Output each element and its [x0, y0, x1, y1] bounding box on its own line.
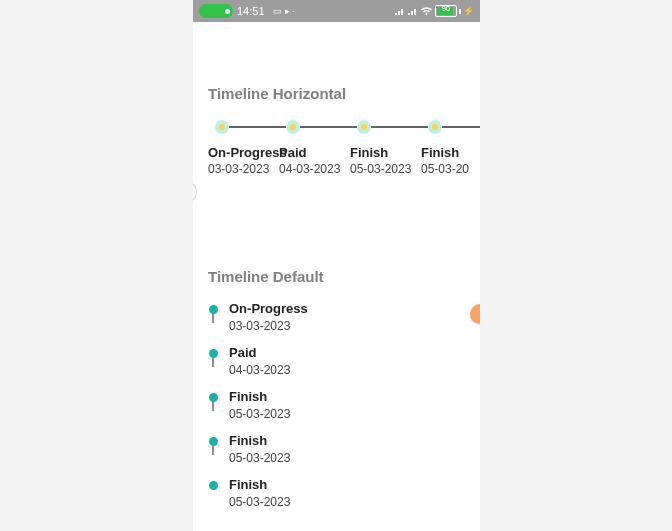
timeline-item-status: Paid	[279, 144, 340, 161]
horizontal-timeline: On-Progress 03-03-2023 Paid 04-03-2023 F…	[208, 120, 480, 182]
timeline-item-status: Finish	[421, 144, 469, 161]
phone-viewport: 14:51 ▭ ▸ ·	[193, 0, 480, 531]
timeline-connector	[442, 126, 480, 128]
timeline-item-status: Finish	[229, 389, 290, 405]
horizontal-timeline-title: Timeline Horizontal	[208, 85, 480, 102]
battery-indicator: 90	[435, 5, 461, 17]
timeline-item[interactable]: Finish 05-03-20	[421, 144, 469, 177]
charging-icon: ⚡	[463, 7, 474, 16]
timeline-item[interactable]: On-Progress 03-03-2023	[208, 301, 480, 345]
timeline-item[interactable]: Paid 04-03-2023	[208, 345, 480, 389]
timeline-item-status: Finish	[229, 477, 290, 493]
dot-icon: ·	[293, 7, 296, 16]
timeline-item[interactable]: Finish 05-03-2023	[208, 477, 480, 521]
timeline-item-date: 05-03-2023	[229, 451, 290, 466]
vertical-timeline: On-Progress 03-03-2023 Paid 04-03-2023 F…	[208, 301, 480, 521]
camera-icon: ▸	[285, 7, 290, 16]
timeline-item-date: 05-03-2023	[229, 407, 290, 422]
card-icon: ▭	[273, 7, 282, 16]
vertical-timeline-title: Timeline Default	[208, 268, 480, 285]
timeline-connector	[212, 446, 214, 455]
timeline-node	[209, 393, 218, 402]
timeline-item-date: 04-03-2023	[229, 363, 290, 378]
status-right: 90 ⚡	[394, 5, 474, 17]
timeline-item[interactable]: On-Progress 03-03-2023	[208, 144, 287, 177]
timeline-item-status: Paid	[229, 345, 290, 361]
timeline-node	[209, 481, 218, 490]
signal-icon-2	[407, 7, 418, 16]
timeline-item-date: 05-03-2023	[350, 161, 411, 177]
battery-percent: 90	[436, 5, 456, 12]
horizontal-timeline-labels: On-Progress 03-03-2023 Paid 04-03-2023 F…	[208, 144, 480, 182]
horizontal-timeline-track	[208, 120, 480, 134]
signal-icon-1	[394, 7, 405, 16]
content-scroll[interactable]: Timeline Horizontal On-Progress 03-03-20…	[193, 85, 480, 521]
timeline-connector	[229, 126, 286, 128]
timeline-item[interactable]: Finish 05-03-2023	[208, 433, 480, 477]
timeline-item-date: 05-03-2023	[229, 495, 290, 510]
timeline-item[interactable]: Finish 05-03-2023	[350, 144, 411, 177]
timeline-item[interactable]: Paid 04-03-2023	[279, 144, 340, 177]
timeline-node	[209, 305, 218, 314]
timeline-node[interactable]	[357, 120, 371, 134]
timeline-node[interactable]	[215, 120, 229, 134]
timeline-item-date: 04-03-2023	[279, 161, 340, 177]
timeline-node[interactable]	[428, 120, 442, 134]
timeline-item-status: On-Progress	[229, 301, 308, 317]
timeline-item-date: 05-03-20	[421, 161, 469, 177]
timeline-item-status: Finish	[229, 433, 290, 449]
status-time: 14:51	[237, 5, 265, 17]
timeline-connector	[371, 126, 428, 128]
timeline-item-status: Finish	[350, 144, 411, 161]
timeline-node	[209, 437, 218, 446]
timeline-connector	[212, 314, 214, 323]
timeline-connector	[212, 358, 214, 367]
timeline-item[interactable]: Finish 05-03-2023	[208, 389, 480, 433]
timeline-node	[209, 349, 218, 358]
stage: 14:51 ▭ ▸ ·	[0, 0, 672, 531]
recording-indicator	[199, 4, 233, 18]
timeline-item-date: 03-03-2023	[229, 319, 308, 334]
status-bar: 14:51 ▭ ▸ ·	[193, 0, 480, 22]
timeline-item-date: 03-03-2023	[208, 161, 287, 177]
timeline-node[interactable]	[286, 120, 300, 134]
timeline-item-status: On-Progress	[208, 144, 287, 161]
status-left: 14:51 ▭ ▸ ·	[199, 4, 295, 18]
timeline-connector	[212, 402, 214, 411]
status-notif-icons: ▭ ▸ ·	[273, 7, 296, 16]
timeline-connector	[300, 126, 357, 128]
wifi-icon	[420, 6, 433, 16]
